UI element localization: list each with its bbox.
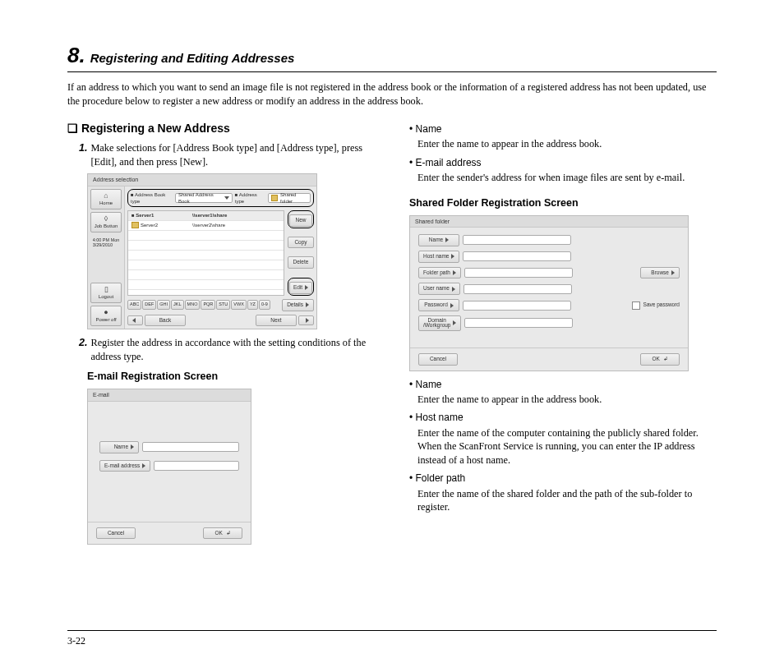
name-input[interactable]: [142, 442, 239, 452]
next-arrow-button[interactable]: [298, 315, 314, 325]
home-button[interactable]: ⌂Home: [90, 189, 122, 209]
section-heading: Registering a New Address: [81, 122, 230, 135]
footer-rule: [67, 630, 717, 631]
sf-user-input[interactable]: [463, 284, 572, 294]
frame2-title: E-mail: [88, 389, 251, 401]
step-text-2: Register the address in accordance with …: [90, 336, 375, 363]
name-label-button[interactable]: Name: [99, 441, 139, 453]
chevron-right-icon: [131, 444, 134, 449]
intro-paragraph: If an address to which you want to send …: [67, 81, 717, 108]
chapter-number: 8.: [67, 43, 85, 68]
chevron-right-icon: [452, 287, 455, 292]
power-icon: ●: [104, 309, 108, 316]
sf-domain-label-button[interactable]: Domain /Workgroup: [418, 315, 461, 331]
alpha-btn[interactable]: ABC: [127, 300, 141, 309]
page-number: 3-22: [67, 635, 85, 647]
sf-folder-input[interactable]: [464, 268, 573, 278]
logout-icon: ▯: [104, 286, 108, 293]
chevron-right-icon: [453, 320, 456, 325]
sf-domain-input[interactable]: [464, 318, 573, 328]
chevron-right-icon: [453, 270, 456, 275]
alpha-btn[interactable]: JKL: [171, 300, 183, 309]
sf-cancel-button[interactable]: Cancel: [418, 353, 458, 366]
save-password-checkbox[interactable]: [632, 301, 640, 310]
email-label-button[interactable]: E-mail address: [99, 460, 150, 472]
email-screen-heading: E-mail Registration Screen: [87, 370, 375, 384]
frame1-sidebar: ⌂Home ◊Job Button 4:00 PM Mon 3/29/2010 …: [88, 186, 125, 329]
alpha-btn[interactable]: 0-9: [259, 300, 270, 309]
back-arrow-button[interactable]: [127, 315, 143, 325]
address-type-select[interactable]: Shared folder: [268, 193, 311, 203]
left-column: ❏Registering a New Address 1. Make selec…: [67, 121, 375, 551]
step-number-1: 1.: [79, 141, 87, 168]
alpha-btn[interactable]: PQR: [201, 300, 215, 309]
chevron-right-icon: [671, 270, 675, 275]
sf-name-label-button[interactable]: Name: [418, 234, 459, 246]
screenshot-shared-folder: Shared folder Name Host name Folder path…: [409, 215, 689, 371]
address-book-type-select[interactable]: Shared Address Book: [175, 193, 233, 203]
alpha-btn[interactable]: YZ: [247, 300, 258, 309]
bullet-sf-name-title: • Name: [409, 378, 717, 391]
ok-button[interactable]: OK ↲: [203, 527, 242, 540]
home-icon: ⌂: [104, 192, 108, 200]
folder-icon: [131, 222, 139, 228]
sf-ok-button[interactable]: OK ↲: [640, 353, 680, 366]
bullet-sf-name-desc: Enter the name to appear in the address …: [417, 393, 717, 407]
bullet-name-desc: Enter the name to appear in the address …: [417, 137, 717, 151]
job-icon: ◊: [104, 215, 108, 223]
step-text-1: Make selections for [Address Book type] …: [90, 141, 375, 168]
chevron-right-icon: [305, 285, 308, 290]
screenshot-address-selection: Address selection ⌂Home ◊Job Button 4:00…: [87, 173, 317, 329]
bullet-sf-host-desc: Enter the name of the computer containin…: [417, 426, 717, 467]
sf-host-input[interactable]: [463, 251, 571, 261]
sf-pass-input[interactable]: [463, 301, 571, 311]
sf-pass-label-button[interactable]: Password: [418, 299, 459, 311]
cancel-button[interactable]: Cancel: [96, 527, 136, 540]
save-password-label: Save password: [643, 301, 680, 309]
sf-name-input[interactable]: [463, 235, 571, 245]
chevron-right-icon: [450, 303, 454, 308]
delete-button[interactable]: Delete: [288, 256, 314, 269]
copy-button[interactable]: Copy: [288, 237, 314, 249]
table-row[interactable]: Server2 \\server2\share: [128, 221, 284, 231]
alpha-btn[interactable]: VWX: [231, 300, 247, 309]
screenshot-email-registration: E-mail Name E-mail address Cancel OK ↲: [87, 389, 251, 545]
folder-icon: [271, 195, 278, 201]
new-button[interactable]: New: [289, 214, 312, 227]
email-input[interactable]: [154, 461, 239, 471]
chevron-down-icon: [224, 196, 229, 200]
shared-folder-heading: Shared Folder Registration Screen: [409, 196, 717, 210]
alpha-btn[interactable]: DEF: [142, 300, 156, 309]
chevron-right-icon: [306, 318, 309, 323]
sf-host-label-button[interactable]: Host name: [418, 251, 459, 263]
details-button[interactable]: Details: [282, 299, 314, 311]
section-bullet-icon: ❏: [67, 122, 78, 135]
address-type-label: ■ Address type: [235, 191, 265, 205]
chapter-title: Registering and Editing Addresses: [90, 51, 295, 65]
edit-button[interactable]: Edit: [289, 282, 312, 294]
power-off-button[interactable]: ●Power off: [90, 306, 122, 326]
bullet-sf-folder-title: • Folder path: [409, 472, 717, 485]
right-column: • Name Enter the name to appear in the a…: [409, 121, 717, 551]
next-button[interactable]: Next: [256, 315, 297, 327]
frame1-title: Address selection: [88, 174, 316, 186]
clock-display: 4:00 PM Mon 3/29/2010: [90, 235, 122, 251]
address-book-type-label: ■ Address Book type: [131, 191, 173, 205]
sf-user-label-button[interactable]: User name: [418, 283, 460, 295]
alpha-btn[interactable]: GHI: [157, 300, 170, 309]
chevron-right-icon: [306, 302, 309, 307]
sf-folder-label-button[interactable]: Folder path: [418, 267, 461, 279]
chevron-right-icon: [445, 237, 449, 242]
bullet-email-desc: Enter the sender's address for when imag…: [417, 171, 717, 185]
alpha-btn[interactable]: STU: [216, 300, 230, 309]
back-button[interactable]: Back: [145, 315, 186, 327]
browse-button[interactable]: Browse: [640, 267, 680, 279]
logout-button[interactable]: ▯Logout: [90, 283, 122, 303]
bullet-name-title: • Name: [409, 122, 717, 136]
chevron-left-icon: [132, 318, 136, 323]
chevron-right-icon: [451, 254, 454, 259]
job-button[interactable]: ◊Job Button: [90, 212, 122, 232]
step-number-2: 2.: [79, 336, 87, 363]
filter-bar: ■ Address Book type Shared Address Book …: [127, 189, 314, 207]
alpha-btn[interactable]: MNO: [185, 300, 201, 309]
